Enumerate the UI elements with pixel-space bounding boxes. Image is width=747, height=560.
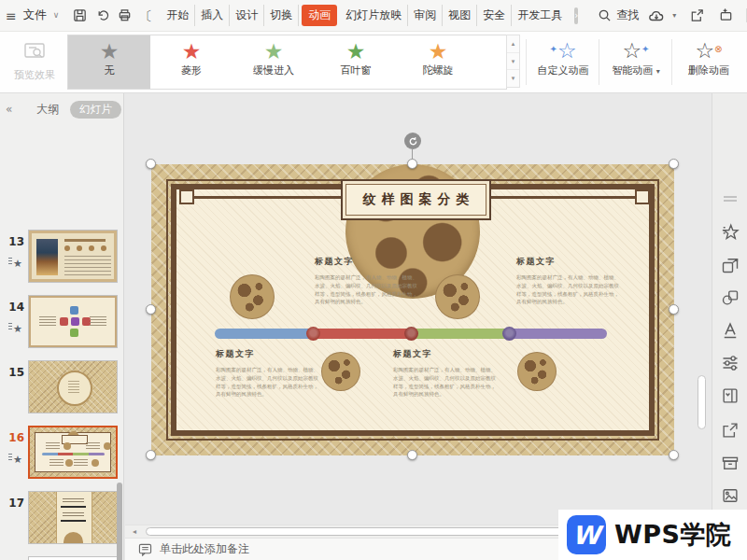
horizontal-scrollbar-thumb[interactable] (146, 527, 588, 536)
insert-image-icon[interactable] (721, 485, 740, 504)
shapes-icon[interactable] (721, 287, 740, 306)
rotate-handle[interactable] (404, 133, 421, 149)
find-label: 查找 (616, 7, 639, 23)
tab-animation[interactable]: 动画 (302, 5, 337, 26)
scroll-left-icon[interactable]: ◂ (133, 527, 136, 536)
cloud-caret-icon[interactable]: ▾ (672, 11, 676, 20)
tab-transition[interactable]: 切换 (264, 5, 299, 26)
slide-text-block-2[interactable]: 标题文字 彩陶图案的题材广泛，有人物、动物、植物、水波、火焰、编织纹、几何纹以及… (516, 256, 621, 306)
block-body: 彩陶图案的题材广泛，有人物、动物、植物、水波、火焰、编织纹、几何纹以及原始宗教纹… (216, 366, 320, 399)
selection-handle-bottom-center[interactable] (407, 450, 417, 460)
tab-slideshow[interactable]: 幻灯片放映 (340, 5, 408, 26)
toolbar-drag-handle[interactable] (724, 196, 737, 202)
slide-panel-scrollbar[interactable] (117, 483, 122, 560)
selection-handle-top-right[interactable] (669, 159, 679, 169)
slide-title[interactable]: 纹样图案分类 (341, 179, 491, 220)
tab-outline[interactable]: 大纲 (36, 102, 59, 118)
preview-effect-button[interactable]: 预览效果 (7, 38, 62, 82)
slide-thumbnail-17[interactable] (28, 491, 118, 544)
file-menu[interactable]: 文件 (23, 7, 47, 23)
animation-option-label: 无 (105, 64, 115, 77)
find-button[interactable]: 查找 (598, 7, 639, 23)
new-note-icon[interactable] (717, 7, 734, 24)
pattern-circle-3[interactable] (321, 352, 360, 391)
gallery-scroll-controls: ▴ ▾ ▾ (506, 35, 520, 88)
spin-star-icon: ★ (397, 39, 479, 63)
tab-security[interactable]: 安全 (477, 5, 512, 26)
slide-thumbnail-14[interactable] (28, 295, 118, 348)
collapse-panel-icon[interactable]: « (6, 103, 12, 116)
selection-handle-top-center[interactable] (407, 159, 417, 169)
archive-box-icon[interactable] (721, 453, 740, 471)
slide-16-canvas[interactable]: 纹样图案分类 标题文字 彩陶图案的题材广泛，有人物、动物、植物、水波、火焰、编织… (151, 164, 674, 455)
tab-home[interactable]: 开始 (161, 5, 195, 26)
selection-swap-icon[interactable] (721, 255, 740, 273)
animation-option-diamond[interactable]: ★ 菱形 (150, 35, 233, 89)
hamburger-menu-icon[interactable]: ≡ (6, 9, 17, 22)
selection-handle-mid-left[interactable] (146, 304, 156, 315)
slide-thumbnail-13[interactable] (28, 230, 118, 283)
share-icon[interactable] (688, 7, 705, 24)
custom-animation-star-icon: ✦☆ (529, 36, 597, 63)
block-heading: 标题文字 (393, 348, 498, 360)
selection-handle-bottom-left[interactable] (146, 450, 156, 460)
slide-number: 17 (6, 497, 24, 510)
timeline-segment-red (313, 329, 411, 339)
animation-option-blinds[interactable]: ★ 百叶窗 (315, 35, 397, 89)
title-rail-right (487, 196, 641, 199)
animation-option-label: 百叶窗 (341, 64, 372, 77)
animation-option-spin[interactable]: ★ 陀螺旋 (397, 35, 479, 89)
slide-thumbnail-16-selected[interactable] (28, 426, 118, 479)
undo-icon[interactable] (94, 7, 110, 24)
divider (526, 39, 527, 85)
custom-animation-button[interactable]: ✦☆ 自定义动画 (529, 36, 597, 77)
object-properties-icon[interactable] (721, 353, 740, 371)
pattern-circle-2[interactable] (435, 274, 480, 319)
slide-text-block-4[interactable]: 标题文字 彩陶图案的题材广泛，有人物、动物、植物、水波、火焰、编织纹、几何纹以及… (393, 348, 498, 399)
selection-handle-top-left[interactable] (146, 159, 156, 169)
animation-option-label: 陀螺旋 (423, 64, 454, 77)
cloud-sync-icon[interactable] (645, 7, 668, 24)
canvas-vertical-scrollbar[interactable] (698, 375, 706, 429)
selection-handle-bottom-right[interactable] (669, 450, 679, 460)
file-menu-chevron-icon[interactable]: ∨ (53, 11, 60, 20)
diamond-star-icon: ★ (150, 39, 233, 63)
pattern-circle-1[interactable] (230, 274, 275, 319)
tab-view[interactable]: 视图 (443, 5, 477, 26)
title-rail-left (187, 196, 341, 199)
tab-design[interactable]: 设计 (230, 5, 264, 26)
slide-text-block-1[interactable]: 标题文字 彩陶图案的题材广泛，有人物、动物、植物、水波、火焰、编织纹、几何纹以及… (315, 256, 419, 306)
block-body: 彩陶图案的题材广泛，有人物、动物、植物、水波、火焰、编织纹、几何纹以及原始宗教纹… (393, 366, 498, 399)
gallery-scroll-down-icon[interactable]: ▾ (507, 53, 519, 71)
share-panel-icon[interactable] (721, 420, 740, 439)
slide-text-block-3[interactable]: 标题文字 彩陶图案的题材广泛，有人物、动物、植物、水波、火焰、编织纹、几何纹以及… (216, 348, 320, 399)
tab-review[interactable]: 审阅 (408, 5, 443, 26)
delete-animation-button[interactable]: ☆⊗ 删除动画 (675, 36, 742, 77)
wordart-icon[interactable] (721, 320, 740, 339)
design-resources-icon[interactable] (721, 385, 740, 404)
pattern-circle-4[interactable] (517, 352, 557, 391)
tab-devtools[interactable]: 开发工具 (512, 5, 568, 26)
tab-slides[interactable]: 幻灯片 (70, 101, 121, 119)
animation-pane-icon[interactable] (721, 222, 740, 241)
slide-thumbnail-18[interactable] (28, 556, 118, 560)
slide-animation-star-icon[interactable]: ★ (8, 454, 22, 466)
animation-option-none[interactable]: ★ 无 (68, 35, 150, 89)
slide-number: 15 (6, 366, 24, 379)
blinds-star-icon: ★ (315, 39, 397, 63)
timeline-bar[interactable] (215, 329, 607, 339)
block-heading: 标题文字 (315, 256, 419, 268)
slide-thumbnail-15[interactable] (28, 360, 118, 413)
smart-animation-button[interactable]: ☆✦ 智能动画 ▾ (602, 36, 669, 77)
gallery-more-icon[interactable]: ▾ (507, 70, 519, 87)
animation-option-crawl-in[interactable]: ★ 缓慢进入 (233, 35, 315, 89)
slide-animation-star-icon[interactable]: ★ (8, 323, 22, 335)
tab-insert[interactable]: 插入 (195, 5, 230, 26)
save-icon[interactable] (72, 7, 88, 24)
slide-animation-star-icon[interactable]: ★ (8, 258, 22, 270)
selection-handle-mid-right[interactable] (669, 304, 679, 315)
tabs-overflow-button[interactable]: › (574, 7, 578, 24)
block-heading: 标题文字 (516, 256, 621, 268)
gallery-scroll-up-icon[interactable]: ▴ (507, 35, 519, 53)
print-icon[interactable] (117, 7, 133, 24)
